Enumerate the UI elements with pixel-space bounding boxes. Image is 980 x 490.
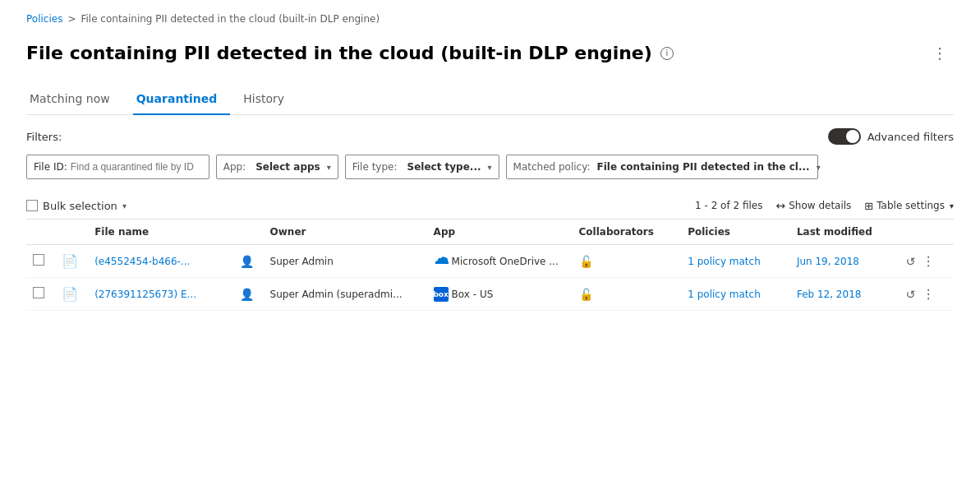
page-title: File containing PII detected in the clou…	[26, 43, 652, 63]
more-menu-icon[interactable]: ⋮	[926, 41, 954, 65]
file-id-label: File ID:	[34, 161, 67, 173]
show-details-icon: ↔	[775, 199, 785, 212]
row2-action-buttons: ↺ ⋮	[906, 286, 947, 302]
file-doc-icon: 📄	[62, 286, 78, 302]
row1-file-icon: 📄	[55, 245, 88, 278]
tab-history[interactable]: History	[240, 86, 297, 115]
row1-owner: Super Admin	[264, 245, 427, 278]
row2-policies[interactable]: 1 policy match	[681, 278, 790, 311]
row2-app: box Box - US	[427, 278, 573, 311]
col-header-file-name[interactable]: File name	[88, 220, 233, 245]
row1-file-link[interactable]: (e4552454-b466-...	[94, 256, 190, 267]
col-header-file-icon	[55, 220, 88, 245]
row1-checkbox-box[interactable]	[33, 254, 44, 266]
row2-last-modified: Feb 12, 2018	[790, 278, 899, 311]
filetype-filter-value: Select type...	[407, 161, 481, 173]
col-header-app[interactable]: App	[427, 220, 573, 245]
show-details-label: Show details	[789, 200, 851, 211]
file-doc-icon: 📄	[62, 253, 78, 269]
col-header-owner[interactable]: Owner	[264, 220, 427, 245]
app-filter-chevron: ▾	[327, 163, 331, 172]
row1-file-name[interactable]: (e4552454-b466-...	[88, 245, 233, 278]
show-details-button[interactable]: ↔ Show details	[775, 199, 851, 212]
breadcrumb-separator: >	[67, 13, 76, 25]
tab-matching-now[interactable]: Matching now	[26, 86, 123, 115]
filetype-filter-prefix: File type:	[352, 161, 398, 173]
app-filter-prefix: App:	[223, 161, 246, 173]
row2-policy-match: 1 policy match	[688, 289, 761, 300]
advanced-filters-label: Advanced filters	[867, 131, 954, 143]
row1-checkbox[interactable]	[26, 245, 55, 278]
row2-checkbox-box[interactable]	[33, 287, 44, 298]
row1-app-cell: Microsoft OneDrive ...	[434, 254, 566, 269]
table-actions: 1 - 2 of 2 files ↔ Show details ⊞ Table …	[695, 199, 954, 212]
file-id-input[interactable]	[71, 161, 202, 173]
info-icon[interactable]: i	[660, 47, 674, 60]
row1-collaborators: 🔓	[573, 245, 682, 278]
bulk-selection[interactable]: Bulk selection ▾	[26, 200, 127, 212]
row2-file-icon: 📄	[55, 278, 88, 311]
page-title-inner: File containing PII detected in the clou…	[26, 43, 674, 63]
owner-person-icon: 👤	[240, 255, 254, 268]
table-settings-chevron: ▾	[950, 201, 954, 210]
page-title-row: File containing PII detected in the clou…	[26, 41, 954, 65]
onedrive-icon	[434, 254, 449, 269]
bulk-checkbox[interactable]	[26, 200, 38, 211]
table-settings-label: Table settings	[876, 200, 945, 211]
table-settings-button[interactable]: ⊞ Table settings ▾	[864, 200, 954, 212]
row1-app-name: Microsoft OneDrive ...	[452, 256, 559, 267]
row1-last-modified: Jun 19, 2018	[790, 245, 899, 278]
box-icon: box	[434, 287, 449, 302]
row1-policies[interactable]: 1 policy match	[681, 245, 790, 278]
table-row: 📄 (e4552454-b466-... 👤 Super Admin	[26, 245, 954, 278]
row2-owner: Super Admin (superadmi...	[264, 278, 427, 311]
tabs-nav: Matching now Quarantined History	[26, 85, 954, 115]
owner-person-icon: 👤	[240, 288, 254, 301]
col-header-policies[interactable]: Policies	[681, 220, 790, 245]
table-header-row: Bulk selection ▾ 1 - 2 of 2 files ↔ Show…	[26, 192, 954, 220]
advanced-filters-toggle[interactable]	[828, 128, 861, 145]
row2-file-name[interactable]: (276391125673) E...	[88, 278, 233, 311]
row1-restore-icon[interactable]: ↺	[906, 255, 916, 268]
advanced-filters: Advanced filters	[828, 128, 954, 145]
matched-policy-value: File containing PII detected in the cl..…	[596, 161, 809, 173]
lock-icon: 🔓	[579, 255, 593, 268]
row1-app: Microsoft OneDrive ...	[427, 245, 573, 278]
table-settings-icon: ⊞	[864, 200, 873, 212]
data-table: File name Owner App Collaborators Polici…	[26, 220, 954, 311]
matched-policy-filter-dropdown[interactable]: Matched policy: File containing PII dete…	[506, 155, 818, 179]
col-header-checkbox	[26, 220, 55, 245]
breadcrumb: Policies > File containing PII detected …	[26, 13, 954, 25]
toggle-knob	[846, 130, 859, 143]
filters-row: Filters: Advanced filters	[26, 128, 954, 145]
matched-policy-chevron: ▾	[817, 163, 821, 172]
row1-actions: ↺ ⋮	[899, 245, 954, 278]
tab-quarantined[interactable]: Quarantined	[133, 86, 231, 115]
app-filter-dropdown[interactable]: App: Select apps ▾	[216, 155, 338, 179]
filters-label: Filters:	[26, 131, 62, 143]
row1-date: Jun 19, 2018	[797, 256, 859, 267]
col-header-collaborators[interactable]: Collaborators	[573, 220, 682, 245]
row1-owner-icon: 👤	[233, 245, 263, 278]
breadcrumb-current: File containing PII detected in the clou…	[81, 13, 380, 25]
table-column-headers: File name Owner App Collaborators Polici…	[26, 220, 954, 245]
row2-restore-icon[interactable]: ↺	[906, 288, 916, 301]
row2-app-cell: box Box - US	[434, 287, 566, 302]
row1-policy-match: 1 policy match	[688, 256, 761, 267]
lock-icon: 🔓	[579, 288, 593, 301]
col-header-last-modified[interactable]: Last modified	[790, 220, 899, 245]
filetype-filter-dropdown[interactable]: File type: Select type... ▾	[345, 155, 499, 179]
file-id-filter: File ID:	[26, 155, 209, 179]
row2-app-name: Box - US	[452, 289, 494, 300]
row2-file-link[interactable]: (276391125673) E...	[94, 289, 196, 300]
matched-policy-prefix: Matched policy:	[513, 161, 591, 173]
row1-more-icon[interactable]: ⋮	[922, 253, 935, 269]
row2-checkbox[interactable]	[26, 278, 55, 311]
filetype-filter-chevron: ▾	[488, 163, 492, 172]
row2-collaborators: 🔓	[573, 278, 682, 311]
row2-actions: ↺ ⋮	[899, 278, 954, 311]
row2-more-icon[interactable]: ⋮	[922, 286, 935, 302]
bulk-selection-chevron[interactable]: ▾	[122, 201, 127, 210]
table-row: 📄 (276391125673) E... 👤 Super Admin (sup…	[26, 278, 954, 311]
breadcrumb-parent[interactable]: Policies	[26, 13, 62, 25]
